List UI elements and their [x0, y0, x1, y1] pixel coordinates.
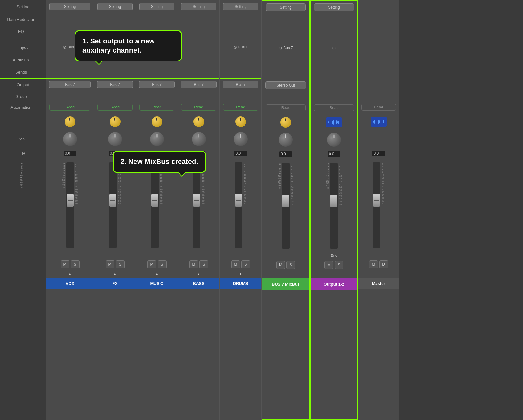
drums-pan-knob[interactable]	[234, 132, 248, 146]
master-gain-row	[358, 13, 399, 25]
drums-yellow-knob[interactable]	[235, 116, 246, 127]
bus7-bnc-row	[262, 252, 309, 259]
bass-automation-btn[interactable]: Read	[181, 104, 216, 111]
bass-solo-btn[interactable]: S	[199, 260, 208, 268]
master-mute-btn[interactable]: M	[369, 260, 378, 268]
bus7-setting-row: Setting	[262, 1, 309, 14]
bus7-sends-row	[262, 67, 309, 79]
drums-arrow-row: ▲	[220, 270, 261, 278]
bass-mute-btn[interactable]: M	[189, 260, 198, 268]
music-arrow-icon: ▲	[155, 272, 159, 276]
vox-group-row	[46, 91, 94, 101]
output-setting-btn[interactable]: Setting	[314, 3, 354, 11]
music-output-btn[interactable]: Bus 7	[139, 81, 175, 88]
bus7-pan-row	[262, 131, 309, 148]
music-setting-btn[interactable]: Setting	[139, 3, 174, 10]
bass-setting-btn[interactable]: Setting	[181, 3, 216, 10]
bass-output-btn[interactable]: Bus 7	[181, 81, 217, 88]
vox-db-field[interactable]	[64, 151, 76, 156]
bus7-automation-btn[interactable]: Read	[266, 104, 306, 111]
output-group-row	[311, 92, 357, 102]
output-scale-right: 03691215182124303540455060	[339, 163, 342, 249]
vox-output-btn[interactable]: Bus 7	[49, 81, 91, 88]
output-fader-thumb[interactable]	[330, 195, 337, 207]
master-fader-track[interactable]	[373, 162, 380, 248]
fx-mute-btn[interactable]: M	[106, 260, 114, 268]
fx-yellow-knob[interactable]	[110, 116, 121, 127]
drums-fader-track[interactable]	[235, 162, 242, 248]
vox-solo-btn[interactable]: S	[71, 260, 80, 268]
fx-output-btn[interactable]: Bus 7	[97, 81, 133, 88]
svg-rect-12	[377, 120, 377, 123]
output-automation-btn[interactable]: Read	[314, 104, 354, 111]
labels-column: Setting Gain Reduction EQ Input Audio FX…	[0, 0, 46, 420]
bus7-channel-name: BUS 7 MixBus	[262, 278, 309, 290]
music-fader-thumb[interactable]	[151, 194, 158, 207]
output-solo-btn[interactable]: S	[335, 261, 343, 269]
label-input: Input	[0, 41, 46, 54]
music-yellow-knob[interactable]	[152, 116, 162, 127]
vox-setting-btn[interactable]: Setting	[49, 3, 90, 10]
bass-fader-track[interactable]	[193, 162, 200, 248]
bass-input-row	[178, 41, 219, 54]
music-mute-btn[interactable]: M	[147, 260, 156, 268]
output-mute-btn[interactable]: M	[324, 261, 333, 269]
music-pan-knob[interactable]	[150, 132, 164, 146]
bus7-scale-left: 630361015203040∞	[278, 163, 281, 249]
bus7-output-btn[interactable]: Stereo Out	[265, 81, 306, 89]
bus7-knob-row	[262, 113, 309, 131]
vox-knob-row	[46, 113, 94, 130]
vox-fader-thumb[interactable]	[67, 194, 74, 207]
music-fader-track[interactable]	[151, 162, 159, 248]
drums-automation-btn[interactable]: Read	[223, 104, 258, 111]
fx-fader-track[interactable]	[109, 162, 117, 248]
drums-solo-btn[interactable]: S	[241, 260, 250, 268]
vox-yellow-knob[interactable]	[65, 116, 75, 127]
bass-knob-row	[178, 113, 219, 130]
bus7-mute-btn[interactable]: M	[276, 261, 285, 269]
drums-mute-btn[interactable]: M	[231, 260, 240, 268]
bus7-fader-thumb[interactable]	[282, 195, 289, 207]
svg-rect-9	[373, 121, 374, 123]
drums-fader-thumb[interactable]	[235, 194, 242, 207]
bus7-pan-knob[interactable]	[279, 133, 293, 147]
vox-automation-btn[interactable]: Read	[49, 104, 90, 111]
bass-fader-thumb[interactable]	[193, 194, 200, 207]
label-setting: Setting	[0, 0, 46, 13]
music-automation-btn[interactable]: Read	[139, 104, 174, 111]
drums-setting-btn[interactable]: Setting	[223, 3, 258, 10]
drums-db-field[interactable]	[234, 151, 247, 156]
fx-setting-btn[interactable]: Setting	[97, 3, 133, 10]
output-pan-knob[interactable]	[327, 133, 341, 147]
output-sends-row	[311, 67, 357, 79]
master-automation-btn[interactable]: Read	[361, 104, 396, 111]
label-ms-spacer	[0, 259, 46, 270]
vox-gain-row	[46, 13, 94, 25]
vox-pan-knob[interactable]	[63, 132, 77, 146]
fx-pan-knob[interactable]	[108, 132, 122, 146]
bus7-db-field[interactable]	[279, 151, 292, 157]
fx-automation-btn[interactable]: Read	[97, 104, 133, 111]
bass-pan-knob[interactable]	[192, 132, 206, 146]
master-d-btn[interactable]: D	[379, 260, 388, 268]
master-fader-thumb[interactable]	[373, 194, 380, 207]
master-knob-row	[358, 113, 399, 130]
music-sends-row	[136, 66, 178, 78]
fx-fader-thumb[interactable]	[109, 194, 116, 207]
master-db-field[interactable]	[372, 151, 385, 156]
bus7-solo-btn[interactable]: S	[286, 261, 295, 269]
master-bnc-row	[358, 251, 399, 259]
bus7-fader-track[interactable]	[282, 163, 290, 249]
output-bnc-label: Bnc	[331, 254, 337, 257]
vox-mute-btn[interactable]: M	[61, 260, 69, 268]
output-fader-track[interactable]	[330, 163, 338, 249]
bass-yellow-knob[interactable]	[193, 116, 204, 127]
bus7-yellow-knob[interactable]	[280, 117, 291, 128]
drums-output-btn[interactable]: Bus 7	[223, 81, 258, 88]
bus7-setting-btn[interactable]: Setting	[266, 3, 306, 11]
music-solo-btn[interactable]: S	[158, 260, 167, 268]
output-db-field[interactable]	[328, 151, 340, 157]
fx-solo-btn[interactable]: S	[116, 260, 125, 268]
vox-fader-track[interactable]	[66, 162, 74, 248]
master-channel-name: Master	[358, 278, 399, 289]
